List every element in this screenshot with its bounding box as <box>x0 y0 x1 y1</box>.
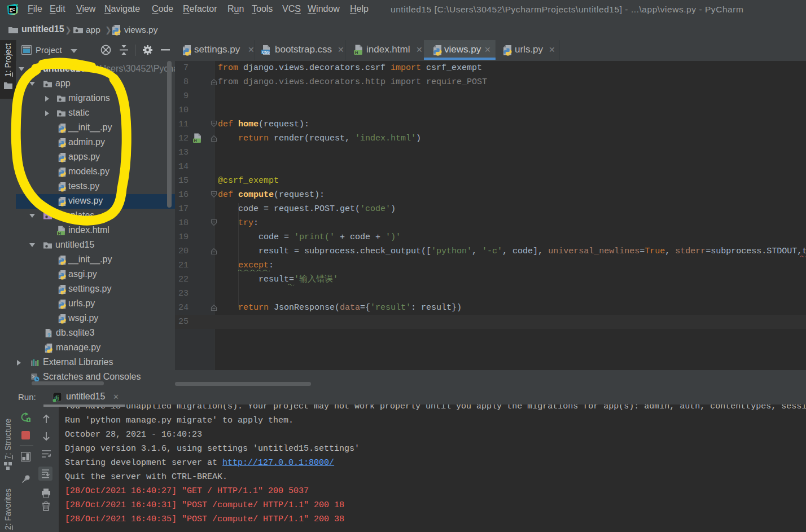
svg-text:CSS: CSS <box>262 50 270 54</box>
svg-text:PC: PC <box>10 7 15 11</box>
